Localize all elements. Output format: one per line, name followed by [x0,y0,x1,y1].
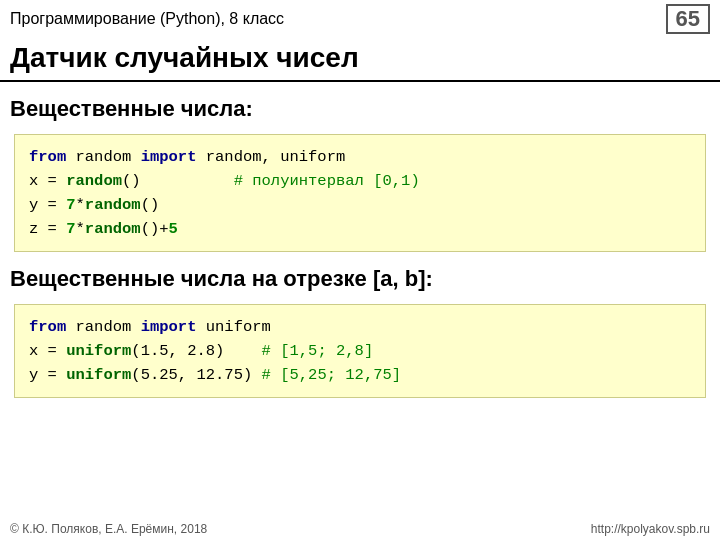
page-title: Датчик случайных чисел [0,38,720,82]
code-line-5: from random import uniform [29,315,691,339]
section1-label: Вещественные числа: [0,92,720,128]
code-line-6: x = uniform(1.5, 2.8) # [1,5; 2,8] [29,339,691,363]
footer-url: http://kpolyakov.spb.ru [591,522,710,536]
code-block-2: from random import uniform x = uniform(1… [14,304,706,398]
course-title: Программирование (Python), 8 класс [10,10,284,28]
code-line-4: z = 7*random()+5 [29,217,691,241]
footer-copyright: © К.Ю. Поляков, Е.А. Ерёмин, 2018 [10,522,207,536]
code-line-2: x = random() # полуинтервал [0,1) [29,169,691,193]
header: Программирование (Python), 8 класс 65 [0,0,720,38]
slide-number: 65 [666,4,710,34]
code-line-3: y = 7*random() [29,193,691,217]
code-block-1: from random import random, uniform x = r… [14,134,706,252]
section2-label: Вещественные числа на отрезке [a, b]: [0,262,720,298]
code-line-1: from random import random, uniform [29,145,691,169]
footer: © К.Ю. Поляков, Е.А. Ерёмин, 2018 http:/… [0,518,720,540]
code-line-7: y = uniform(5.25, 12.75) # [5,25; 12,75] [29,363,691,387]
